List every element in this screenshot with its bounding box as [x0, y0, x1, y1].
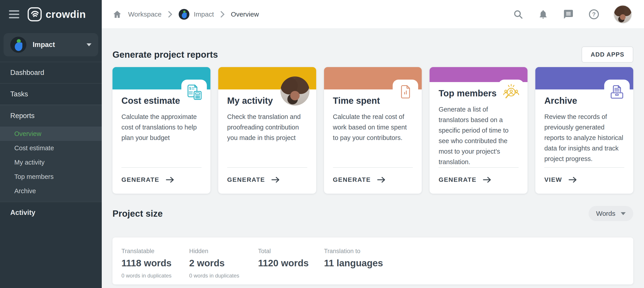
unit-selector-value: Words [596, 210, 616, 217]
arrow-right-icon [376, 176, 386, 183]
add-apps-button[interactable]: ADD APPS [582, 46, 633, 62]
generate-link[interactable]: GENERATE [438, 176, 518, 183]
chevron-right-icon [168, 11, 172, 18]
report-cards: $ Cost estimate Calculate the approximat… [112, 67, 633, 194]
divider [544, 167, 624, 168]
project-avatar [10, 37, 26, 53]
archive-box-icon [608, 84, 626, 101]
help-icon[interactable]: ? [588, 9, 599, 20]
project-avatar-small [179, 9, 190, 20]
breadcrumb-current-page: Overview [231, 10, 259, 18]
sidebar-subitem-archive[interactable]: Archive [0, 184, 102, 198]
card-icon-badge [393, 80, 418, 102]
unit-selector-dropdown[interactable]: Words [588, 206, 633, 221]
chevron-down-icon [86, 44, 92, 46]
crowdin-logo-icon [27, 7, 42, 22]
content: Generate project reports ADD APPS $ [102, 28, 644, 288]
card-description: Calculate the real cost of work based on… [333, 112, 413, 143]
page-title: Generate project reports [112, 50, 218, 60]
view-link[interactable]: VIEW [544, 176, 624, 183]
crowdin-wordmark: crowdin [46, 8, 86, 20]
report-card-time-spent: Time spent Calculate the real cost of wo… [324, 67, 422, 194]
sidebar-item-tasks[interactable]: Tasks [0, 83, 102, 105]
divider [333, 167, 413, 168]
project-size-stats: Translatable 1118 words 0 words in dupli… [112, 238, 633, 284]
report-card-archive: Archive Review the records of previously… [535, 67, 633, 194]
generate-link[interactable]: GENERATE [122, 176, 202, 183]
svg-text:?: ? [592, 11, 596, 18]
project-size-header: Project size Words [112, 206, 633, 221]
sidebar-item-reports[interactable]: Reports [0, 105, 102, 126]
chevron-right-icon [220, 11, 225, 18]
card-icon-badge [498, 80, 524, 102]
report-card-top-members: Top members Generate a list of translato… [430, 67, 528, 194]
card-description: Calculate the approximate cost of transl… [122, 112, 202, 143]
sidebar-nav: Dashboard Tasks Reports Overview Cost es… [0, 62, 102, 223]
user-avatar-photo [280, 76, 310, 106]
report-card-my-activity: My activity Check the translation and pr… [218, 67, 316, 194]
home-icon[interactable] [112, 10, 122, 19]
project-size-title: Project size [112, 208, 163, 219]
report-card-cost-estimate: $ Cost estimate Calculate the approximat… [112, 67, 210, 194]
card-icon-badge: $ [181, 80, 207, 102]
document-chart-icon [397, 84, 414, 101]
topbar: Workspace Impact Overview [102, 0, 644, 28]
sidebar-item-activity[interactable]: Activity [0, 202, 102, 223]
divider [438, 167, 518, 168]
card-icon-badge [604, 80, 630, 102]
members-search-icon [502, 83, 520, 102]
messages-icon[interactable] [563, 9, 574, 20]
sidebar-item-dashboard[interactable]: Dashboard [0, 62, 102, 83]
sidebar-subitem-cost-estimate[interactable]: Cost estimate [0, 141, 102, 155]
sidebar-subitem-top-members[interactable]: Top members [0, 170, 102, 184]
breadcrumb-project[interactable]: Impact [179, 9, 214, 20]
breadcrumb-workspace[interactable]: Workspace [128, 10, 162, 18]
topbar-actions: ? [513, 6, 632, 23]
main-area: Workspace Impact Overview [102, 0, 644, 288]
chevron-down-icon [621, 212, 626, 215]
svg-text:$: $ [189, 86, 191, 90]
breadcrumb: Workspace Impact Overview [112, 9, 259, 20]
stat-translatable: Translatable 1118 words 0 words in dupli… [122, 248, 189, 284]
invoice-calculator-icon: $ [185, 83, 204, 102]
stat-translation-to: Translation to 11 languages [324, 248, 383, 284]
sidebar: crowdin Impact Dashboard Tasks Reports O… [0, 0, 102, 288]
arrow-right-icon [165, 176, 175, 183]
sidebar-subitem-my-activity[interactable]: My activity [0, 155, 102, 170]
project-selector[interactable]: Impact [4, 33, 98, 56]
user-avatar[interactable] [614, 6, 632, 23]
reports-section-header: Generate project reports ADD APPS [112, 46, 633, 62]
stat-total: Total 1120 words [258, 248, 324, 284]
search-icon[interactable] [513, 9, 523, 20]
sidebar-reports-section: Reports Overview Cost estimate My activi… [0, 105, 102, 202]
divider [227, 167, 307, 168]
card-description: Check the translation and proofreading c… [227, 112, 307, 143]
card-description: Generate a list of translators based on … [438, 104, 518, 167]
stat-hidden: Hidden 2 words 0 words in duplicates [189, 248, 258, 284]
generate-link[interactable]: GENERATE [333, 176, 413, 183]
card-description: Review the records of previously generat… [544, 112, 624, 164]
hamburger-menu-icon[interactable] [9, 10, 19, 18]
divider [122, 167, 202, 168]
arrow-right-icon [482, 176, 492, 183]
arrow-right-icon [568, 176, 577, 183]
sidebar-header: crowdin [0, 0, 102, 28]
notifications-bell-icon[interactable] [538, 9, 548, 20]
crowdin-logo[interactable]: crowdin [27, 7, 86, 22]
generate-link[interactable]: GENERATE [227, 176, 307, 183]
arrow-right-icon [271, 176, 280, 183]
sidebar-subitem-overview[interactable]: Overview [0, 126, 102, 141]
project-name: Impact [33, 41, 55, 49]
breadcrumb-project-label: Impact [194, 10, 214, 18]
